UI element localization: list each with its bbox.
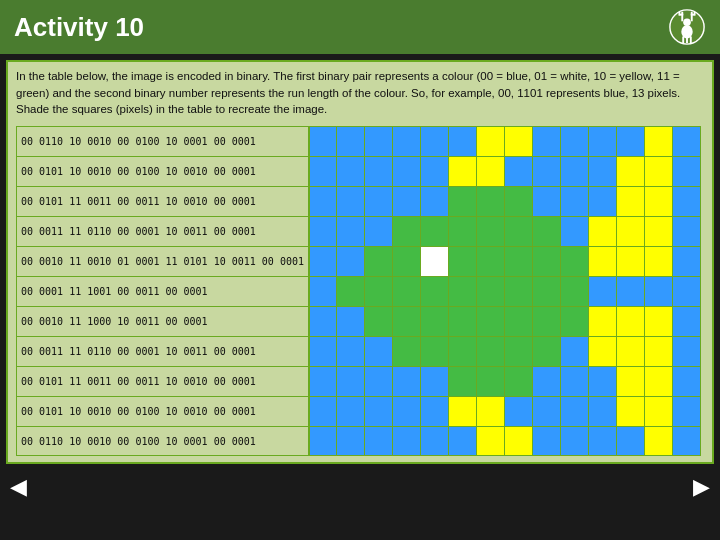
grid-cell	[505, 186, 533, 216]
grid-cell	[505, 426, 533, 456]
grid-cell	[589, 126, 617, 156]
grid-cell	[533, 126, 561, 156]
grid-cell	[589, 246, 617, 276]
grid-cell	[645, 336, 673, 366]
grid-row	[309, 366, 704, 396]
grid-cell	[505, 306, 533, 336]
grid-cell	[393, 276, 421, 306]
grid-row	[309, 396, 704, 426]
grid-cell	[533, 426, 561, 456]
grid-cell	[449, 216, 477, 246]
grid-cell	[645, 216, 673, 246]
grid-cell	[393, 336, 421, 366]
grid-cell	[421, 156, 449, 186]
grid-cell	[309, 276, 337, 306]
grid-column	[309, 126, 704, 456]
grid-cell	[309, 126, 337, 156]
grid-cell	[449, 156, 477, 186]
grid-cell	[645, 366, 673, 396]
grid-cell	[673, 216, 701, 246]
grid-cell	[337, 396, 365, 426]
grid-cell	[673, 306, 701, 336]
grid-cell	[645, 126, 673, 156]
svg-rect-12	[686, 37, 688, 44]
svg-rect-11	[682, 37, 684, 44]
grid-cell	[393, 126, 421, 156]
grid-cell	[589, 306, 617, 336]
binary-row: 00 0101 10 0010 00 0100 10 0010 00 0001	[16, 156, 309, 186]
grid-cell	[309, 426, 337, 456]
grid-cell	[561, 186, 589, 216]
svg-rect-3	[678, 12, 680, 16]
grid-cell	[337, 366, 365, 396]
grid-cell	[673, 366, 701, 396]
grid-cell	[337, 426, 365, 456]
grid-cell	[561, 366, 589, 396]
prev-arrow[interactable]: ◀	[10, 474, 27, 500]
grid-cell	[505, 336, 533, 366]
grid-cell	[393, 306, 421, 336]
grid-cell	[477, 246, 505, 276]
grid-cell	[617, 336, 645, 366]
grid-cell	[561, 336, 589, 366]
grid-cell	[673, 156, 701, 186]
grid-cell	[393, 246, 421, 276]
binary-row: 00 0001 11 1001 00 0011 00 0001	[16, 276, 309, 306]
svg-point-9	[683, 18, 691, 26]
grid-cell	[449, 276, 477, 306]
grid-cell	[337, 186, 365, 216]
deer-logo-icon	[668, 8, 706, 46]
grid-cell	[645, 426, 673, 456]
footer: ◀ ▶	[0, 470, 720, 504]
binary-row: 00 0101 11 0011 00 0011 10 0010 00 0001	[16, 186, 309, 216]
grid-cell	[309, 246, 337, 276]
grid-row	[309, 126, 704, 156]
svg-point-10	[681, 25, 692, 38]
svg-rect-4	[681, 12, 683, 15]
grid-cell	[673, 336, 701, 366]
binary-row: 00 0110 10 0010 00 0100 10 0001 00 0001	[16, 126, 309, 156]
binary-column: 00 0110 10 0010 00 0100 10 0001 00 00010…	[16, 126, 309, 456]
grid-row	[309, 276, 704, 306]
grid-cell	[617, 216, 645, 246]
grid-cell	[337, 126, 365, 156]
grid-row	[309, 216, 704, 246]
next-arrow[interactable]: ▶	[693, 474, 710, 500]
grid-cell	[477, 276, 505, 306]
grid-cell	[421, 276, 449, 306]
grid-cell	[449, 246, 477, 276]
grid-cell	[561, 126, 589, 156]
binary-row: 00 0010 11 1000 10 0011 00 0001	[16, 306, 309, 336]
grid-cell	[309, 336, 337, 366]
main-content: In the table below, the image is encoded…	[6, 60, 714, 464]
grid-row	[309, 186, 704, 216]
grid-cell	[421, 246, 449, 276]
grid-cell	[365, 276, 393, 306]
grid-cell	[365, 426, 393, 456]
grid-cell	[505, 366, 533, 396]
svg-rect-8	[691, 12, 693, 15]
grid-cell	[365, 126, 393, 156]
grid-cell	[421, 396, 449, 426]
grid-cell	[477, 366, 505, 396]
grid-cell	[365, 306, 393, 336]
grid-cell	[533, 276, 561, 306]
grid-cell	[393, 426, 421, 456]
grid-cell	[617, 186, 645, 216]
grid-cell	[589, 216, 617, 246]
grid-cell	[533, 216, 561, 246]
grid-cell	[589, 276, 617, 306]
grid-cell	[309, 186, 337, 216]
grid-cell	[533, 336, 561, 366]
grid-cell	[673, 186, 701, 216]
grid-cell	[505, 216, 533, 246]
svg-rect-13	[690, 37, 692, 44]
grid-cell	[533, 246, 561, 276]
grid-cell	[505, 126, 533, 156]
instruction-text: In the table below, the image is encoded…	[16, 68, 704, 118]
grid-cell	[645, 306, 673, 336]
grid-cell	[645, 396, 673, 426]
grid-cell	[505, 246, 533, 276]
grid-row	[309, 336, 704, 366]
grid-cell	[309, 306, 337, 336]
